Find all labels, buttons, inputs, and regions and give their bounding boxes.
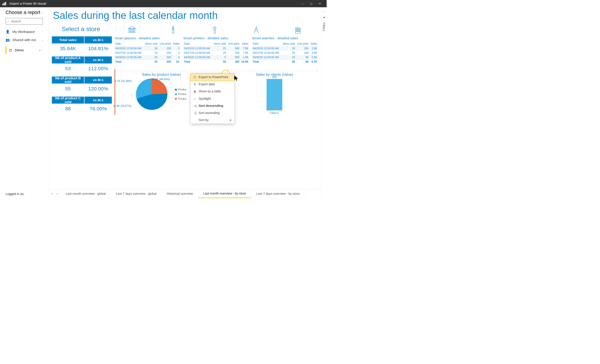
menu-item-sort-ascending[interactable]: ↓Z͟Sort ascending (191, 109, 234, 116)
store-liberty-icon[interactable] (195, 24, 235, 34)
table-icon: ▦ (193, 90, 197, 93)
kpi-value: 104.81% (84, 43, 112, 54)
tab-last-month-global[interactable]: Last month overview - global (61, 189, 111, 198)
chart-title: Sales by product (value) (142, 72, 181, 77)
store-building-icon[interactable] (278, 24, 318, 34)
person-icon: 👤 (6, 29, 10, 34)
context-menu: PExport to PowerPoint 🗎Export data ▦Show… (191, 74, 234, 124)
table-row[interactable]: 04/27/20 12:00:00 AM253007.5K (183, 51, 249, 55)
kpi-header: vs M-1 (84, 77, 112, 84)
people-icon: 👥 (6, 38, 10, 42)
col-items: Items sold (144, 42, 158, 46)
app-title: Import a Power BI visual (9, 2, 46, 6)
kpi-value: 35.84K (52, 43, 84, 54)
menu-item-show-as-table[interactable]: ▦Show as a table (191, 88, 234, 95)
table-row[interactable]: 04/20/20 12:00:00 AM182003 (115, 46, 180, 51)
store-bigben-icon[interactable] (153, 24, 193, 34)
horizontal-scrollbar[interactable]: ‹› (231, 70, 318, 72)
kpi-header: vs M-1 (84, 97, 112, 104)
filters-icon: ◈ (323, 16, 325, 18)
table-row[interactable]: 04/20/20 12:00:00 AM253007.5K (183, 46, 249, 51)
menu-item-export-powerpoint[interactable]: PExport to PowerPoint (191, 74, 234, 81)
chart-sales-by-product[interactable]: ‹› Sales by product (value) ▽ ⛶ ••• 8.7K… (115, 69, 228, 115)
svg-rect-0 (129, 28, 130, 33)
svg-rect-14 (298, 31, 299, 32)
svg-rect-2 (132, 28, 133, 33)
tab-last-7-days-by-store[interactable]: Last 7 days overview - by store (251, 189, 305, 198)
tab-scroll-right-button[interactable]: ► (55, 189, 61, 198)
svg-rect-15 (299, 31, 300, 32)
table-smart-printers[interactable]: Smart printers - detailed sales DateItem… (183, 37, 249, 64)
menu-item-spotlight[interactable]: ▭Spotlight (191, 95, 234, 102)
window-maximize-button[interactable]: ▢ (307, 0, 316, 7)
legend-swatch-icon (175, 89, 177, 91)
col-date: Date (115, 42, 144, 46)
menu-item-export-data[interactable]: 🗎Export data (191, 81, 234, 88)
svg-rect-4 (173, 28, 174, 33)
tab-last-month-by-store[interactable]: Last month overview - by store (198, 189, 251, 198)
menu-item-sort-descending[interactable]: ↓A͟Sort descending (191, 102, 234, 109)
kpi-header: vs M-1 (84, 37, 112, 44)
store-eiffel-icon[interactable] (236, 24, 276, 34)
table-total-row: Total88998.7K (252, 59, 318, 64)
sidebar-item-shared-with-me[interactable]: 👥Shared with me › (0, 36, 48, 44)
sort-asc-icon: ↓Z͟ (193, 111, 197, 114)
table-total-row: Total5320010. (115, 59, 180, 64)
window-close-button[interactable]: ✕ (316, 0, 324, 7)
sidebar-collapse-button[interactable]: ‹ (42, 10, 43, 14)
menu-item-sort-by[interactable]: Sort by▶ (191, 116, 234, 123)
table-row[interactable]: 04/30/20 12:00:00 AM53001.5K (183, 55, 249, 59)
chart-sales-by-clients[interactable]: ‹› Sales by clients (value) 36K Client A (231, 69, 318, 115)
table-row[interactable]: 04/27/20 12:00:00 AM351003.5K (252, 51, 318, 55)
svg-rect-11 (298, 29, 299, 30)
table-title: Smart printers - detailed sales (183, 37, 249, 40)
title-bar: Import a Power BI visual — ▢ ✕ (0, 0, 327, 7)
filters-label: Filters (322, 22, 326, 31)
report-title: Sales during the last calendar month (53, 10, 318, 21)
table-row[interactable]: 04/30/20 12:00:00 AM25982.5K (252, 55, 318, 59)
kpi-header: Nb of product B sold (52, 77, 84, 84)
chevron-right-icon: ▶ (230, 119, 232, 121)
bar-client-a: 36K (266, 79, 282, 110)
table-title: Smart watches - detailed sales (252, 37, 318, 40)
svg-rect-9 (296, 28, 300, 33)
horizontal-scrollbar[interactable]: ‹› (115, 70, 228, 72)
tab-last-7-days-global[interactable]: Last 7 days overview - global (111, 189, 162, 198)
col-price: Unit price (158, 42, 172, 46)
svg-rect-12 (299, 29, 300, 30)
kpi-header: Nb of product A sold (52, 56, 84, 64)
filters-pane-collapsed[interactable]: ‹ ◈ Filters (321, 7, 327, 198)
window-minimize-button[interactable]: — (298, 0, 307, 7)
app-logo-icon (2, 2, 8, 5)
sidebar-item-label: Shared with me (12, 38, 36, 42)
sidebar-item-demo[interactable]: 🗀Démo › (6, 47, 43, 54)
search-input[interactable] (6, 18, 43, 24)
export-data-icon: 🗎 (193, 83, 197, 86)
svg-marker-5 (173, 26, 174, 27)
table-title: Smart glasses - detailed sales (115, 37, 180, 40)
store-brandenburg-icon[interactable] (112, 24, 152, 34)
table-smart-watches[interactable]: Smart watches - detailed sales DateItems… (252, 37, 318, 64)
svg-rect-7 (214, 29, 216, 33)
select-store-label: Select a store (52, 25, 110, 33)
kpi-column: Total sales vs M-1 35.84K 104.81% Nb of … (52, 37, 112, 115)
svg-rect-10 (296, 29, 297, 30)
chevron-right-icon: › (42, 30, 43, 33)
svg-rect-13 (296, 31, 297, 32)
sidebar: Choose a report ‹ ⌕ 👤My Workspace › 👥Sha… (0, 7, 48, 198)
table-smart-glasses[interactable]: Smart glasses - detailed sales Date Item… (115, 37, 180, 64)
svg-rect-3 (134, 28, 135, 33)
tab-scroll-left-button[interactable]: ◄ (48, 189, 54, 198)
pie-slice-label: 16.5K (46.04%) (151, 78, 170, 81)
table-row[interactable]: 04/27/20 12:00:00 AM152003 (115, 51, 180, 55)
table-row[interactable]: 04/30/20 12:00:00 AM202004 (115, 55, 180, 59)
kpi-value: 55 (52, 84, 84, 95)
tab-historical-overview[interactable]: Historical overview (162, 189, 198, 198)
chart-legend: Produc Produc Produc (175, 88, 187, 100)
sidebar-item-my-workspace[interactable]: 👤My Workspace › (0, 28, 48, 36)
table-row[interactable]: 04/20/20 12:00:00 AM281002.8K (252, 46, 318, 51)
kpi-value: 88 (52, 104, 84, 115)
kpi-value: 53 (52, 64, 84, 75)
sort-desc-icon: ↓A͟ (193, 104, 197, 107)
chevron-left-icon: ‹ (324, 9, 325, 13)
